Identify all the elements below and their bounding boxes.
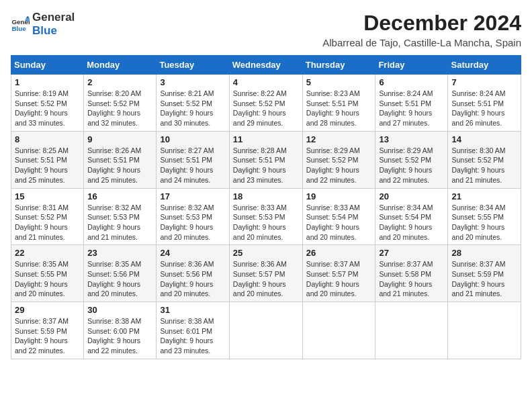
day-info: Sunrise: 8:33 AM Sunset: 5:53 PM Dayligh…: [233, 203, 299, 242]
calendar-cell: 28 Sunrise: 8:37 AM Sunset: 5:59 PM Dayl…: [448, 245, 521, 302]
day-number: 18: [233, 191, 299, 201]
day-info: Sunrise: 8:25 AM Sunset: 5:51 PM Dayligh…: [15, 146, 80, 185]
day-number: 5: [306, 77, 372, 87]
day-number: 25: [233, 248, 299, 258]
day-number: 26: [306, 248, 372, 258]
day-number: 8: [15, 134, 80, 144]
day-info: Sunrise: 8:31 AM Sunset: 5:52 PM Dayligh…: [15, 203, 80, 242]
calendar-cell: [229, 302, 302, 359]
calendar-cell: 11 Sunrise: 8:28 AM Sunset: 5:51 PM Dayl…: [229, 131, 302, 188]
calendar-cell: 7 Sunrise: 8:24 AM Sunset: 5:51 PM Dayli…: [448, 75, 521, 132]
day-number: 30: [87, 305, 152, 315]
calendar-cell: 10 Sunrise: 8:27 AM Sunset: 5:51 PM Dayl…: [157, 131, 229, 188]
calendar-cell: 3 Sunrise: 8:21 AM Sunset: 5:52 PM Dayli…: [157, 75, 229, 132]
day-info: Sunrise: 8:34 AM Sunset: 5:54 PM Dayligh…: [379, 203, 444, 242]
col-wednesday: Wednesday: [229, 56, 302, 75]
day-number: 15: [15, 191, 80, 201]
day-number: 16: [87, 191, 152, 201]
day-number: 24: [160, 248, 225, 258]
day-info: Sunrise: 8:29 AM Sunset: 5:52 PM Dayligh…: [379, 146, 444, 185]
day-number: 29: [15, 305, 80, 315]
calendar-cell: 17 Sunrise: 8:32 AM Sunset: 5:53 PM Dayl…: [157, 188, 229, 245]
day-info: Sunrise: 8:24 AM Sunset: 5:51 PM Dayligh…: [379, 89, 444, 128]
calendar-week-row: 29 Sunrise: 8:37 AM Sunset: 5:59 PM Dayl…: [11, 302, 521, 359]
col-sunday: Sunday: [11, 56, 84, 75]
day-number: 20: [379, 191, 444, 201]
day-info: Sunrise: 8:35 AM Sunset: 5:56 PM Dayligh…: [87, 259, 152, 299]
logo: General Blue General Blue: [11, 11, 75, 38]
day-info: Sunrise: 8:34 AM Sunset: 5:55 PM Dayligh…: [451, 203, 517, 242]
page-header: General Blue General Blue December 2024 …: [11, 11, 521, 48]
day-number: 13: [379, 134, 444, 144]
day-number: 19: [306, 191, 372, 201]
page-subtitle: Albarreal de Tajo, Castille-La Mancha, S…: [322, 37, 521, 48]
calendar-cell: 1 Sunrise: 8:19 AM Sunset: 5:52 PM Dayli…: [11, 75, 84, 132]
calendar-cell: 27 Sunrise: 8:37 AM Sunset: 5:58 PM Dayl…: [375, 245, 448, 302]
calendar-week-row: 1 Sunrise: 8:19 AM Sunset: 5:52 PM Dayli…: [11, 75, 521, 132]
calendar-cell: 9 Sunrise: 8:26 AM Sunset: 5:51 PM Dayli…: [84, 131, 157, 188]
day-number: 2: [87, 77, 152, 87]
day-info: Sunrise: 8:36 AM Sunset: 5:57 PM Dayligh…: [233, 259, 299, 299]
col-thursday: Thursday: [302, 56, 375, 75]
day-info: Sunrise: 8:28 AM Sunset: 5:51 PM Dayligh…: [233, 146, 299, 185]
day-info: Sunrise: 8:23 AM Sunset: 5:51 PM Dayligh…: [306, 89, 372, 128]
day-number: 11: [233, 134, 299, 144]
calendar-week-row: 15 Sunrise: 8:31 AM Sunset: 5:52 PM Dayl…: [11, 188, 521, 245]
calendar-cell: 29 Sunrise: 8:37 AM Sunset: 5:59 PM Dayl…: [11, 302, 84, 359]
page-title: December 2024: [322, 11, 521, 36]
col-friday: Friday: [375, 56, 448, 75]
day-info: Sunrise: 8:38 AM Sunset: 6:00 PM Dayligh…: [87, 316, 152, 356]
svg-text:Blue: Blue: [11, 25, 26, 32]
day-number: 12: [306, 134, 372, 144]
title-block: December 2024 Albarreal de Tajo, Castill…: [322, 11, 521, 48]
logo-icon: General Blue: [11, 15, 30, 34]
day-number: 6: [379, 77, 444, 87]
logo-blue: Blue: [32, 24, 75, 38]
calendar-cell: 23 Sunrise: 8:35 AM Sunset: 5:56 PM Dayl…: [84, 245, 157, 302]
logo-general: General: [32, 11, 75, 24]
day-info: Sunrise: 8:32 AM Sunset: 5:53 PM Dayligh…: [160, 203, 225, 242]
day-number: 17: [160, 191, 225, 201]
calendar-cell: 14 Sunrise: 8:30 AM Sunset: 5:52 PM Dayl…: [448, 131, 521, 188]
calendar-week-row: 8 Sunrise: 8:25 AM Sunset: 5:51 PM Dayli…: [11, 131, 521, 188]
calendar-week-row: 22 Sunrise: 8:35 AM Sunset: 5:55 PM Dayl…: [11, 245, 521, 302]
day-number: 14: [451, 134, 517, 144]
calendar-cell: 18 Sunrise: 8:33 AM Sunset: 5:53 PM Dayl…: [229, 188, 302, 245]
calendar-cell: 22 Sunrise: 8:35 AM Sunset: 5:55 PM Dayl…: [11, 245, 84, 302]
day-number: 1: [15, 77, 80, 87]
day-number: 9: [87, 134, 152, 144]
day-number: 31: [160, 305, 225, 315]
calendar-cell: 26 Sunrise: 8:37 AM Sunset: 5:57 PM Dayl…: [302, 245, 375, 302]
calendar-cell: 15 Sunrise: 8:31 AM Sunset: 5:52 PM Dayl…: [11, 188, 84, 245]
day-number: 22: [15, 248, 80, 258]
calendar-cell: 31 Sunrise: 8:38 AM Sunset: 6:01 PM Dayl…: [157, 302, 229, 359]
day-info: Sunrise: 8:35 AM Sunset: 5:55 PM Dayligh…: [15, 259, 80, 299]
calendar-cell: 21 Sunrise: 8:34 AM Sunset: 5:55 PM Dayl…: [448, 188, 521, 245]
col-tuesday: Tuesday: [157, 56, 229, 75]
day-info: Sunrise: 8:32 AM Sunset: 5:53 PM Dayligh…: [87, 203, 152, 242]
day-info: Sunrise: 8:21 AM Sunset: 5:52 PM Dayligh…: [160, 89, 225, 128]
day-info: Sunrise: 8:19 AM Sunset: 5:52 PM Dayligh…: [15, 89, 80, 128]
day-info: Sunrise: 8:36 AM Sunset: 5:56 PM Dayligh…: [160, 259, 225, 299]
day-info: Sunrise: 8:22 AM Sunset: 5:52 PM Dayligh…: [233, 89, 299, 128]
calendar-cell: 16 Sunrise: 8:32 AM Sunset: 5:53 PM Dayl…: [84, 188, 157, 245]
day-info: Sunrise: 8:37 AM Sunset: 5:58 PM Dayligh…: [379, 259, 444, 299]
day-info: Sunrise: 8:20 AM Sunset: 5:52 PM Dayligh…: [87, 89, 152, 128]
day-info: Sunrise: 8:26 AM Sunset: 5:51 PM Dayligh…: [87, 146, 152, 185]
calendar-cell: 4 Sunrise: 8:22 AM Sunset: 5:52 PM Dayli…: [229, 75, 302, 132]
day-info: Sunrise: 8:29 AM Sunset: 5:52 PM Dayligh…: [306, 146, 372, 185]
day-info: Sunrise: 8:37 AM Sunset: 5:57 PM Dayligh…: [306, 259, 372, 299]
calendar-cell: 2 Sunrise: 8:20 AM Sunset: 5:52 PM Dayli…: [84, 75, 157, 132]
calendar-cell: 6 Sunrise: 8:24 AM Sunset: 5:51 PM Dayli…: [375, 75, 448, 132]
calendar-cell: 19 Sunrise: 8:33 AM Sunset: 5:54 PM Dayl…: [302, 188, 375, 245]
day-number: 28: [451, 248, 517, 258]
calendar-cell: [448, 302, 521, 359]
svg-marker-2: [26, 16, 30, 19]
day-number: 21: [451, 191, 517, 201]
day-info: Sunrise: 8:24 AM Sunset: 5:51 PM Dayligh…: [451, 89, 517, 128]
calendar-cell: [302, 302, 375, 359]
calendar-cell: 24 Sunrise: 8:36 AM Sunset: 5:56 PM Dayl…: [157, 245, 229, 302]
day-info: Sunrise: 8:27 AM Sunset: 5:51 PM Dayligh…: [160, 146, 225, 185]
calendar-cell: 30 Sunrise: 8:38 AM Sunset: 6:00 PM Dayl…: [84, 302, 157, 359]
calendar-cell: 5 Sunrise: 8:23 AM Sunset: 5:51 PM Dayli…: [302, 75, 375, 132]
